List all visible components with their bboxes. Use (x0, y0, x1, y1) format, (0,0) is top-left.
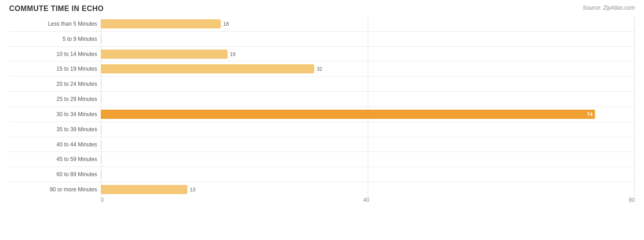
bar-label: 15 to 19 Minutes (9, 66, 101, 72)
chart-header: COMMUTE TIME IN ECHO Source: ZipAtlas.co… (9, 5, 635, 13)
x-tick: 0 (101, 197, 104, 203)
bar-track: 19 (101, 50, 635, 59)
bar-label: 20 to 24 Minutes (9, 81, 101, 87)
bar-track (101, 34, 635, 44)
x-tick: 80 (629, 197, 635, 203)
bar-label: Less than 5 Minutes (9, 21, 101, 27)
chart-body: Less than 5 Minutes185 to 9 Minutes10 to… (9, 17, 635, 211)
bar-label: 10 to 14 Minutes (9, 51, 101, 57)
bar-fill (101, 19, 221, 28)
bar-fill (101, 125, 102, 134)
bar-row: 35 to 39 Minutes (9, 122, 635, 137)
bar-track: 13 (101, 185, 635, 194)
bars-area: Less than 5 Minutes185 to 9 Minutes10 to… (9, 17, 635, 197)
bar-label: 35 to 39 Minutes (9, 126, 101, 133)
bar-row: 25 to 29 Minutes (9, 92, 635, 107)
bar-fill: 74 (101, 110, 595, 119)
bar-row: 10 to 14 Minutes19 (9, 47, 635, 62)
bar-fill (101, 50, 228, 59)
bar-track (101, 79, 635, 89)
bar-fill (101, 79, 102, 89)
bar-track: 74 (101, 110, 635, 119)
bar-row: 90 or more Minutes13 (9, 182, 635, 197)
bar-label: 45 to 59 Minutes (9, 156, 101, 162)
bar-row: 20 to 24 Minutes (9, 77, 635, 92)
x-tick: 40 (363, 197, 369, 203)
bar-value-label: 32 (317, 66, 322, 72)
bar-label: 5 to 9 Minutes (9, 36, 101, 42)
bar-value-label: 13 (190, 187, 195, 192)
chart-source: Source: ZipAtlas.com (583, 5, 635, 11)
bar-track (101, 140, 635, 149)
bar-track (101, 155, 635, 164)
bar-label: 40 to 44 Minutes (9, 141, 101, 148)
bar-fill (101, 140, 102, 149)
chart-title: COMMUTE TIME IN ECHO (9, 5, 104, 13)
bar-value-label: 19 (230, 51, 235, 57)
bar-track (101, 95, 635, 104)
bar-row: 60 to 89 Minutes (9, 167, 635, 182)
bar-row: 5 to 9 Minutes (9, 32, 635, 47)
chart-container: COMMUTE TIME IN ECHO Source: ZipAtlas.co… (0, 0, 644, 240)
bar-label: 30 to 34 Minutes (9, 111, 101, 117)
bar-label: 90 or more Minutes (9, 186, 101, 193)
bar-fill (101, 64, 314, 73)
bar-row: 45 to 59 Minutes (9, 152, 635, 167)
bar-track: 18 (101, 19, 635, 28)
bar-value-label: 18 (223, 21, 229, 27)
bar-fill (101, 185, 187, 194)
bar-label: 60 to 89 Minutes (9, 171, 101, 178)
bar-label: 25 to 29 Minutes (9, 96, 101, 102)
bar-value-inside: 74 (587, 112, 592, 117)
x-axis: 04080 (101, 197, 635, 211)
bar-track (101, 125, 635, 134)
bar-track (101, 170, 635, 179)
bar-fill (101, 170, 102, 179)
bar-row: 40 to 44 Minutes (9, 137, 635, 152)
bar-track: 32 (101, 64, 635, 73)
bar-fill (101, 155, 102, 164)
bar-fill (101, 34, 102, 44)
bar-row: Less than 5 Minutes18 (9, 17, 635, 32)
bar-row: 15 to 19 Minutes32 (9, 61, 635, 77)
bar-row: 30 to 34 Minutes74 (9, 107, 635, 122)
bar-fill (101, 95, 102, 104)
